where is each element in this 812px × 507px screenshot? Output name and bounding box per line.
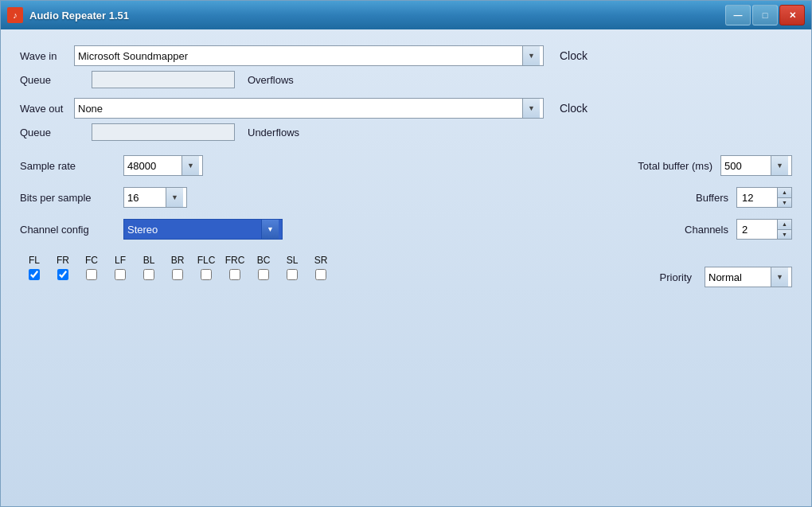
cb-label-bc: BC	[249, 255, 278, 266]
bits-per-sample-dropdown[interactable]: 16 ▼	[123, 187, 187, 208]
bottom-row: FLFRFCLFBLBRFLCFRCBCSLSR Priority Normal…	[20, 251, 792, 287]
cb-input-fr[interactable]	[49, 269, 77, 280]
cb-label-flc: FLC	[192, 255, 221, 266]
sample-rate-label: Sample rate	[20, 160, 123, 172]
cb-input-lf[interactable]	[106, 269, 135, 280]
channels-label: Channels	[633, 224, 728, 236]
minimize-button[interactable]: —	[725, 5, 751, 25]
close-button[interactable]: ✕	[779, 5, 805, 25]
cb-label-lf: LF	[106, 255, 135, 266]
cb-input-frc[interactable]	[221, 269, 249, 280]
channels-spinner[interactable]: 2 ▲ ▼	[736, 219, 792, 240]
wave-out-value: None	[78, 103, 522, 115]
buffers-up-arrow[interactable]: ▲	[778, 188, 791, 198]
total-buffer-arrow[interactable]: ▼	[771, 156, 788, 175]
wave-out-dropdown[interactable]: None ▼	[74, 98, 544, 119]
underflows-label: Underflows	[248, 127, 299, 138]
channel-config-label: Channel config	[20, 224, 123, 236]
cb-label-fc: FC	[77, 255, 106, 266]
total-buffer-dropdown[interactable]: 500 ▼	[720, 155, 792, 176]
checkbox-br[interactable]	[172, 269, 183, 280]
cb-input-bc[interactable]	[249, 269, 278, 280]
checkbox-fr[interactable]	[57, 269, 68, 280]
bits-per-sample-arrow[interactable]: ▼	[166, 188, 183, 207]
wave-out-arrow[interactable]: ▼	[522, 99, 540, 118]
wave-out-row: Wave out None ▼ Clock	[20, 98, 792, 119]
cb-input-sr[interactable]	[306, 269, 335, 280]
titlebar: ♪ Audio Repeater 1.51 — □ ✕	[1, 1, 811, 29]
channels-down-arrow[interactable]: ▼	[778, 230, 791, 240]
priority-dropdown[interactable]: Normal ▼	[705, 267, 792, 287]
cb-label-sl: SL	[278, 255, 306, 266]
checkbox-sl[interactable]	[287, 269, 298, 280]
channels-value: 2	[737, 224, 777, 236]
checkbox-bc[interactable]	[258, 269, 269, 280]
cb-label-bl: BL	[135, 255, 163, 266]
cb-input-sl[interactable]	[278, 269, 306, 280]
sample-rate-value: 48000	[127, 160, 182, 172]
checkbox-fc[interactable]	[86, 269, 97, 280]
sample-rate-dropdown[interactable]: 48000 ▼	[123, 155, 203, 176]
maximize-button[interactable]: □	[752, 5, 778, 25]
wave-in-queue-label: Queue	[20, 74, 92, 86]
priority-value: Normal	[709, 271, 771, 283]
channels-up-arrow[interactable]: ▲	[778, 220, 791, 230]
sample-rate-row: Sample rate 48000 ▼ Total buffer (ms) 50…	[20, 155, 792, 176]
cb-input-bl[interactable]	[135, 269, 163, 280]
channel-config-dropdown[interactable]: Stereo ▼	[123, 219, 283, 240]
sample-rate-arrow[interactable]: ▼	[182, 156, 199, 175]
cb-inputs-row	[20, 269, 335, 280]
buffers-label: Buffers	[633, 192, 728, 204]
cb-labels-row: FLFRFCLFBLBRFLCFRCBCSLSR	[20, 255, 335, 266]
channels-arrows: ▲ ▼	[777, 220, 791, 239]
checkbox-flc[interactable]	[201, 269, 212, 280]
main-window: ♪ Audio Repeater 1.51 — □ ✕ Wave in Micr…	[0, 0, 812, 507]
wave-in-arrow[interactable]: ▼	[522, 46, 540, 65]
wave-out-queue-input[interactable]	[92, 123, 235, 141]
checkbox-bl[interactable]	[143, 269, 154, 280]
channel-config-arrow[interactable]: ▼	[261, 220, 279, 239]
wave-out-clock: Clock	[560, 102, 607, 115]
wave-in-dropdown[interactable]: Microsoft Soundmapper ▼	[74, 45, 544, 66]
bits-per-sample-row: Bits per sample 16 ▼ Buffers 12 ▲ ▼	[20, 187, 792, 208]
wave-in-label: Wave in	[20, 50, 74, 62]
wave-out-queue-label: Queue	[20, 127, 92, 138]
cb-label-br: BR	[163, 255, 192, 266]
wave-out-queue-row: Queue Underflows	[20, 123, 792, 141]
cb-input-fc[interactable]	[77, 269, 106, 280]
wave-in-clock: Clock	[560, 49, 607, 62]
wave-in-queue-input[interactable]	[92, 71, 235, 88]
cb-input-br[interactable]	[163, 269, 192, 280]
cb-label-sr: SR	[306, 255, 335, 266]
total-buffer-label: Total buffer (ms)	[617, 160, 712, 172]
checkbox-sr[interactable]	[315, 269, 326, 280]
channels-area: Channels 2 ▲ ▼	[633, 219, 792, 240]
checkbox-fl[interactable]	[29, 269, 40, 280]
cb-label-frc: FRC	[221, 255, 249, 266]
bits-per-sample-value: 16	[127, 192, 166, 204]
checkboxes-area: FLFRFCLFBLBRFLCFRCBCSLSR	[20, 255, 335, 283]
buffers-arrows: ▲ ▼	[777, 188, 791, 207]
cb-label-fl: FL	[20, 255, 49, 266]
channel-config-row: Channel config Stereo ▼ Channels 2 ▲ ▼	[20, 219, 792, 240]
titlebar-buttons: — □ ✕	[725, 5, 805, 25]
checkbox-frc[interactable]	[229, 269, 240, 280]
total-buffer-value: 500	[724, 160, 771, 172]
cb-input-fl[interactable]	[20, 269, 49, 280]
buffers-area: Buffers 12 ▲ ▼	[633, 187, 792, 208]
buffers-down-arrow[interactable]: ▼	[778, 198, 791, 208]
checkbox-lf[interactable]	[115, 269, 126, 280]
cb-input-flc[interactable]	[192, 269, 221, 280]
buffers-spinner[interactable]: 12 ▲ ▼	[736, 187, 792, 208]
total-buffer-area: Total buffer (ms) 500 ▼	[617, 155, 792, 176]
overflows-label: Overflows	[248, 74, 294, 86]
buffers-value: 12	[737, 192, 777, 204]
wave-in-queue-row: Queue Overflows	[20, 71, 792, 88]
bits-per-sample-label: Bits per sample	[20, 192, 123, 204]
wave-in-row: Wave in Microsoft Soundmapper ▼ Clock	[20, 45, 792, 66]
channel-config-value: Stereo	[127, 224, 261, 236]
content-area: Wave in Microsoft Soundmapper ▼ Clock Qu…	[1, 29, 811, 506]
app-icon: ♪	[7, 7, 23, 23]
priority-label: Priority	[660, 271, 692, 283]
priority-arrow[interactable]: ▼	[771, 267, 788, 287]
